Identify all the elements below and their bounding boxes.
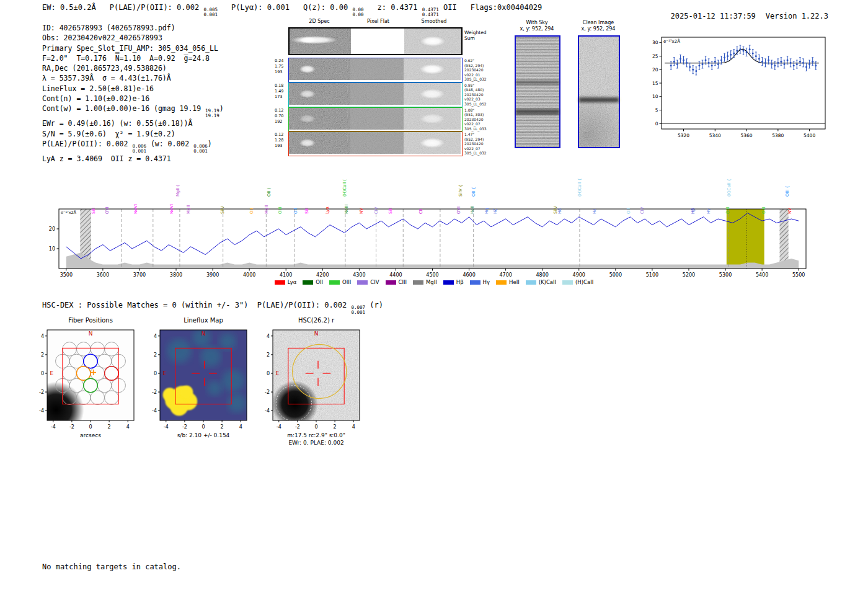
line-id-label: NeVI bbox=[169, 204, 174, 214]
line-id-label: SiII bbox=[304, 208, 309, 214]
line-id-label: (K)CaII { bbox=[727, 179, 732, 197]
cutout-row-left-stats: 0.120.70192 bbox=[275, 108, 283, 125]
line-id-label: (H)CaII { bbox=[577, 178, 582, 197]
panel-y-tick: -4 bbox=[152, 408, 157, 414]
panel-y-tick: 4 bbox=[267, 334, 270, 339]
header-item-0: EW: 0.5±0.2Å bbox=[42, 3, 96, 17]
stacked-uncertainty: 0.0060.001 bbox=[132, 144, 146, 154]
legend-item: OIII bbox=[329, 279, 351, 285]
zoom-x-tick: 5360 bbox=[741, 133, 753, 138]
smoothed-image bbox=[404, 29, 461, 54]
spectrum-x-tick: 3800 bbox=[170, 272, 182, 278]
lineflux-peak-blob bbox=[180, 386, 193, 399]
hsc-match-line: HSC-DEX : Possible Matches = 0 (within +… bbox=[42, 301, 383, 315]
line-id-label: Hγ bbox=[706, 208, 711, 214]
line-id-label: OVI bbox=[456, 207, 461, 214]
info-line-9: EWr = 0.49(±0.16) (w: 0.55(±0.18))Å bbox=[42, 118, 224, 128]
zoom-y-tick: 10 bbox=[652, 94, 658, 99]
line-id-label: Hδ bbox=[557, 208, 562, 214]
cutout-row-left-stats: 0.121.28193 bbox=[275, 132, 283, 149]
smoothed-image bbox=[404, 83, 461, 105]
zoom-y-tick: 30 bbox=[652, 40, 658, 45]
text-segment: ) bbox=[208, 140, 212, 148]
cutout-row-left-stats: 0.181.49173 bbox=[275, 83, 283, 100]
text-segment: LineFlux = 2.50(±0.81)e-16 bbox=[42, 84, 154, 93]
line-id-label: OVI bbox=[105, 207, 110, 214]
spectrum-x-tick: 4100 bbox=[280, 272, 292, 278]
zoom-y-tick: 20 bbox=[652, 67, 658, 73]
line-id-label: MgII bbox=[186, 205, 191, 214]
cutout-row-right-meta: 0.95"(948, 480)20230420v022_03305_LL_052 bbox=[464, 83, 487, 107]
2d-spec-image bbox=[289, 83, 350, 105]
spectrum-x-tick: 5300 bbox=[719, 272, 732, 278]
panel-y-tick: 0 bbox=[41, 371, 44, 376]
spectrum-x-tick: 3500 bbox=[60, 272, 73, 278]
panel-x-tick: 4 bbox=[126, 424, 130, 430]
pixel-flat-image bbox=[350, 83, 404, 105]
spectrum-x-tick: 5500 bbox=[792, 272, 805, 278]
spectrum-x-tick: 5100 bbox=[646, 272, 658, 278]
text-segment: ) bbox=[219, 104, 224, 113]
line-id-label: Hβ bbox=[691, 208, 696, 214]
2d-spectra-cutouts: 2D SpecPixel FlatSmoothedWeightedSum0.24… bbox=[275, 17, 492, 161]
stacked-uncertainty: 0.0050.001 bbox=[203, 7, 218, 17]
smoothed-image bbox=[404, 132, 461, 154]
spectrum-x-tick: 5000 bbox=[609, 272, 622, 278]
with-sky-noise bbox=[516, 37, 559, 147]
line-id-label: OIII bbox=[761, 207, 766, 214]
text-segment: Q(z): 0.00 bbox=[303, 3, 352, 12]
zoom-x-tick: 5400 bbox=[804, 133, 815, 138]
spectrum-x-tick: 4300 bbox=[353, 272, 365, 278]
spectrum-x-tick: 3900 bbox=[206, 272, 219, 278]
legend-label: OIII bbox=[342, 279, 351, 285]
hscpanel-content bbox=[272, 330, 360, 427]
line-id-label: Hε bbox=[592, 208, 597, 214]
text-segment: P(LAE)/P(OII): 0.002 bbox=[110, 3, 204, 12]
cutout-column-title: Pixel Flat bbox=[367, 19, 389, 24]
text-segment: (r) bbox=[365, 301, 383, 309]
zoom-y-tick: 5 bbox=[655, 107, 658, 113]
with-sky-title: With Sky bbox=[508, 20, 565, 26]
panel-title: Fiber Positions bbox=[68, 317, 113, 324]
legend-item: OII bbox=[303, 279, 323, 285]
zoom-x-tick: 5340 bbox=[709, 133, 721, 138]
panel-y-tick: 0 bbox=[267, 371, 270, 376]
legend-item: Hβ bbox=[443, 279, 464, 285]
panel-xlabel: m:17.5 rc:2.9" s:0.0" bbox=[287, 432, 345, 438]
cutout-column-title: 2D Spec bbox=[309, 19, 329, 24]
panel-x-tick: 0 bbox=[314, 424, 317, 430]
clean-image-coords: x, y: 952, 294 bbox=[570, 26, 626, 32]
info-line-11: P(LAE)/P(OII): 0.002 0.0060.001 (w: 0.00… bbox=[42, 139, 224, 154]
zoom-x-tick: 5320 bbox=[678, 133, 689, 138]
line-id-label: NeVI bbox=[133, 204, 138, 214]
emission-band bbox=[579, 97, 619, 102]
legend-color-swatch bbox=[443, 280, 454, 285]
panel-y-tick: -2 bbox=[39, 389, 44, 395]
with-sky-coords: x, y: 952, 294 bbox=[508, 26, 565, 32]
line-id-label: CII bbox=[418, 208, 423, 214]
panel-x-tick: -2 bbox=[182, 424, 187, 430]
panel-x-tick: -4 bbox=[277, 424, 281, 430]
cutout-row-left-stats: 0.241.75193 bbox=[275, 58, 283, 75]
text-segment: Cont(n) = 1.10(±0.02)e-16 bbox=[42, 94, 149, 103]
2d-spec-image bbox=[289, 58, 350, 80]
spectrum-x-tick: 4800 bbox=[536, 272, 549, 278]
pixel-flat-image bbox=[350, 132, 404, 154]
panel-y-tick: 2 bbox=[154, 352, 157, 358]
clean-image-caption: Clean Image x, y: 952, 294 bbox=[570, 20, 626, 32]
clean-image-noise bbox=[579, 37, 619, 147]
line-id-label: (H)CaII ( bbox=[342, 179, 347, 197]
gaussian-fit-curve bbox=[665, 49, 819, 63]
panel-y-tick: 4 bbox=[154, 334, 157, 339]
panel-x-tick: 0 bbox=[202, 424, 205, 430]
text-segment: P(LAE)/P(OII): 0.002 bbox=[42, 140, 132, 148]
legend-item: CIII bbox=[386, 279, 407, 285]
pixel-flat-image bbox=[350, 108, 404, 130]
info-line-0: ID: 4026578993 (4026578993.pdf) bbox=[42, 23, 224, 33]
cutout-row-right-meta: 1.08"(951, 303)20230420v022_07305_LL_033 bbox=[464, 108, 487, 131]
elixer-report-page: EW: 0.5±0.2ÅP(LAE)/P(OII): 0.002 0.0050.… bbox=[0, 0, 868, 591]
north-label: N bbox=[89, 331, 93, 337]
header-item-3: Q(z): 0.00 0.000.00 bbox=[303, 3, 364, 17]
panel-title: HSC(26.2) r bbox=[298, 317, 335, 324]
header-summary: EW: 0.5±0.2ÅP(LAE)/P(OII): 0.002 0.0050.… bbox=[42, 3, 542, 17]
